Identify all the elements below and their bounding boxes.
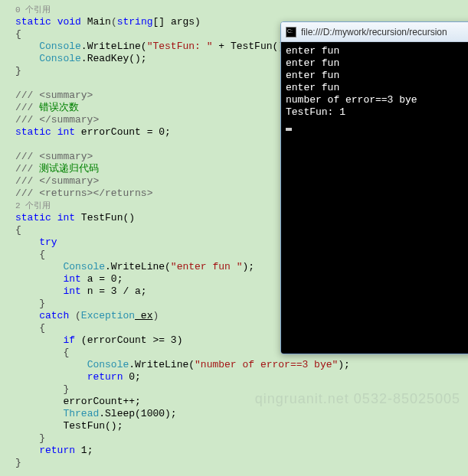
console-icon [286, 27, 296, 37]
console-window[interactable]: file:///D:/mywork/recursion/recursion en… [280, 21, 468, 354]
console-cursor [286, 128, 292, 131]
console-titlebar[interactable]: file:///D:/mywork/recursion/recursion [281, 22, 468, 42]
console-title: file:///D:/mywork/recursion/recursion [301, 27, 447, 37]
console-output: enter fun enter fun enter fun enter fun … [281, 42, 468, 354]
reference-count: 0 个引用 [15, 4, 468, 16]
